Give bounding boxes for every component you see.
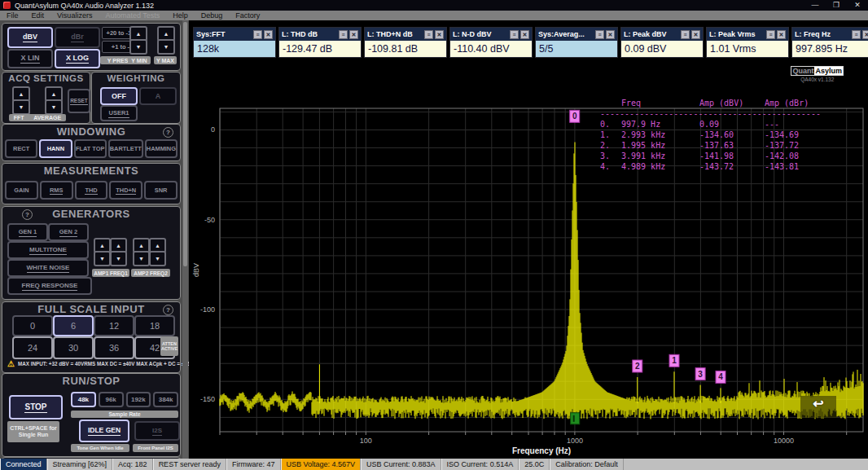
full-scale-18dbv-button[interactable]: 18	[134, 315, 175, 336]
dbv-label: dBV	[23, 33, 37, 42]
menu-visualizers[interactable]: Visualizers	[50, 11, 99, 20]
atten-active-badge: ATTEN ACTIVE	[160, 336, 178, 356]
freq2-spin-down-button[interactable]: ▼	[149, 251, 166, 266]
weighting-user1-button[interactable]: USER1	[100, 105, 138, 121]
readout-title: Sys:FFT	[196, 30, 252, 38]
freq-response-label: FREQ RESPONSE	[22, 282, 78, 291]
readout-menu-icon[interactable]: ≡	[339, 30, 348, 39]
full-scale-0dbv-button[interactable]: 0	[12, 315, 53, 336]
weighting-off-button[interactable]: OFF	[100, 87, 138, 105]
windowing-hann-button[interactable]: HANN	[39, 139, 72, 158]
white-noise-button[interactable]: WHITE NOISE	[7, 259, 89, 277]
menu-edit[interactable]: Edit	[25, 11, 51, 20]
y-max-spin-down-button[interactable]: ▼	[157, 39, 175, 55]
minimize-button[interactable]: —	[804, 0, 826, 11]
weighting-panel: WEIGHTING OFF A USER1	[91, 72, 181, 124]
multitone-button[interactable]: MULTITONE	[7, 241, 89, 259]
xlin-button[interactable]: X LIN	[7, 49, 53, 68]
svg-text:dBV: dBV	[192, 263, 200, 277]
sample-rate-label: Sample Rate	[71, 411, 178, 418]
weighting-a-button[interactable]: A	[139, 87, 177, 105]
sample-rate-96k-button[interactable]: 96k	[99, 392, 124, 407]
windowing-bartlett-button[interactable]: BARTLETT	[108, 139, 143, 158]
full-scale-help-icon[interactable]: ?	[163, 305, 173, 315]
xlog-button[interactable]: X LOG	[55, 49, 100, 68]
run-stop-panel: RUN/STOP STOP 48k96k192k384k Sample Rate…	[2, 373, 181, 457]
reset-button[interactable]: RESET	[68, 89, 90, 113]
readout-close-icon[interactable]: ✕	[520, 30, 529, 39]
readout-menu-icon[interactable]: ≡	[424, 30, 433, 39]
stop-button[interactable]: STOP	[9, 395, 63, 419]
amp1-freq1-label: AMP1 FREQ1	[92, 269, 129, 277]
sidebar-scrollbar[interactable]	[182, 20, 188, 459]
measurement-thd-n-button[interactable]: THD+N	[109, 181, 142, 200]
readout-menu-icon[interactable]: ≡	[595, 30, 604, 39]
readout-menu-icon[interactable]: ≡	[681, 30, 690, 39]
menu-help[interactable]: Help	[166, 11, 195, 20]
readout-menu-icon[interactable]: ≡	[253, 30, 262, 39]
fft-spin-down-button[interactable]: ▼	[12, 99, 30, 115]
readout-close-icon[interactable]: ✕	[777, 30, 786, 39]
app-icon	[3, 2, 11, 9]
svg-text:100: 100	[360, 437, 372, 445]
weighting-a-label: A	[156, 92, 161, 100]
measurement-snr-button[interactable]: SNR	[144, 181, 178, 200]
logo-asylum: Asylum	[814, 66, 844, 76]
readout-menu-icon[interactable]: ≡	[766, 30, 775, 39]
measurement-rms-button[interactable]: RMS	[40, 181, 73, 200]
windowing-help-icon[interactable]: ?	[163, 127, 173, 138]
freq1-spin-down-button[interactable]: ▼	[110, 251, 127, 266]
full-scale-36dbv-button[interactable]: 36	[94, 336, 134, 359]
idle-gen-button[interactable]: IDLE GEN	[79, 419, 129, 442]
windowing-flat-top-button[interactable]: FLAT TOP	[74, 139, 107, 158]
close-button[interactable]: ✕	[847, 0, 868, 11]
header-amp-dbr: Amp (dBr)	[765, 98, 830, 108]
sample-rate-384k-button[interactable]: 384k	[153, 392, 178, 407]
readout-close-icon[interactable]: ✕	[862, 30, 868, 39]
status-usb-current: USB Current: 0.883A	[361, 459, 441, 470]
dbr-button[interactable]: dBr	[55, 27, 100, 48]
tone-gen-when-idle-label: Tone Gen When Idle	[71, 444, 129, 452]
average-spin-down-button[interactable]: ▼	[45, 99, 63, 115]
freq-response-button[interactable]: FREQ RESPONSE	[7, 277, 92, 295]
full-scale-24dbv-button[interactable]: 24	[12, 336, 53, 359]
measurement-thd-button[interactable]: THD	[75, 181, 108, 200]
full-scale-30dbv-button[interactable]: 30	[53, 336, 94, 359]
header-amp-dbv: Amp (dBV)	[699, 98, 765, 108]
maximize-button[interactable]: ❐	[826, 0, 847, 11]
windowing-rect-button[interactable]: RECT	[5, 139, 37, 158]
readout-close-icon[interactable]: ✕	[264, 30, 273, 39]
readout-close-icon[interactable]: ✕	[349, 30, 358, 39]
sample-rate-48k-button[interactable]: 48k	[71, 392, 96, 407]
svg-text:-150: -150	[200, 395, 215, 403]
i2s-button[interactable]: I2S	[134, 421, 180, 441]
fundamental-cursor-marker[interactable]	[571, 413, 580, 424]
dbv-button[interactable]: dBV	[7, 27, 53, 48]
readout-close-icon[interactable]: ✕	[691, 30, 700, 39]
y-min-spin-down-button[interactable]: ▼	[129, 39, 147, 55]
full-scale-12dbv-button[interactable]: 12	[94, 315, 134, 336]
stop-label: STOP	[24, 402, 46, 413]
menu-file[interactable]: File	[0, 11, 25, 20]
svg-text:1000: 1000	[567, 437, 583, 445]
readout-close-icon[interactable]: ✕	[606, 30, 615, 39]
svg-text:-100: -100	[200, 305, 215, 314]
menu-factory[interactable]: Factory	[229, 11, 266, 20]
amp1-spin-down-button[interactable]: ▼	[94, 251, 111, 266]
zoom-out-button[interactable]: ↩	[800, 396, 836, 418]
readout-menu-icon[interactable]: ≡	[852, 30, 861, 39]
sidebar-scrollbar-thumb[interactable]	[183, 22, 187, 266]
amp2-spin-down-button[interactable]: ▼	[133, 251, 150, 266]
readout-close-icon[interactable]: ✕	[435, 30, 444, 39]
measurement-gain-button[interactable]: GAIN	[5, 181, 38, 200]
menu-debug[interactable]: Debug	[195, 11, 230, 20]
full-scale-6dbv-button[interactable]: 6	[53, 315, 94, 336]
sample-rate-192k-button[interactable]: 192k	[126, 392, 151, 407]
readout-panel-sys-averag: Sys:Averag...≡✕5/5	[535, 27, 618, 58]
windowing-hamming-button[interactable]: HAMMING	[145, 139, 178, 158]
y-max-label: Y MAX	[154, 56, 177, 64]
gen1-button[interactable]: GEN 1	[7, 223, 48, 241]
gen2-button[interactable]: GEN 2	[48, 223, 89, 241]
readout-menu-icon[interactable]: ≡	[510, 30, 519, 39]
generators-help-icon[interactable]: ?	[22, 209, 33, 220]
